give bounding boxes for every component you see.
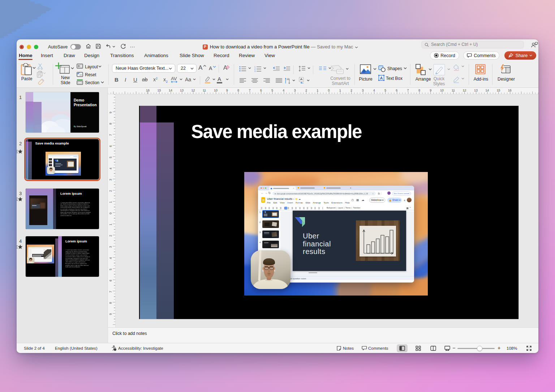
- svg-text:!: !: [115, 349, 115, 351]
- svg-text:3: 3: [254, 70, 255, 72]
- svg-text:A: A: [287, 77, 289, 81]
- svg-text:A: A: [380, 76, 383, 80]
